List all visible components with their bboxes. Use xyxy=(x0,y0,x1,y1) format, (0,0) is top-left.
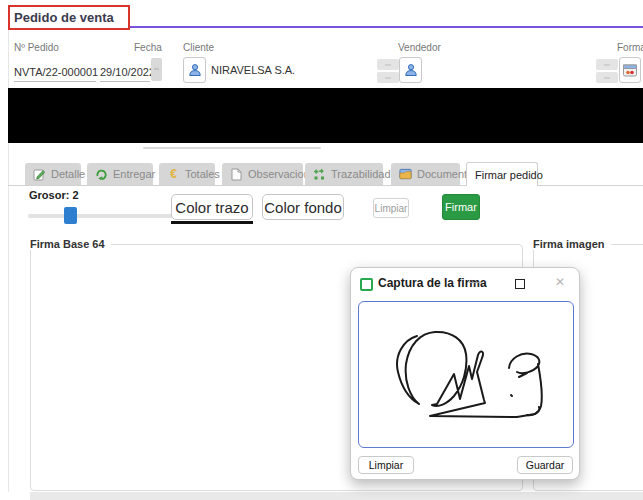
signature-capture-dialog: Captura de la firma — ✕ Limpiar Guardar xyxy=(350,267,580,480)
tab-detalle[interactable]: Detalle xyxy=(25,163,81,185)
note-icon xyxy=(230,168,243,181)
payment-spinner[interactable] xyxy=(596,59,618,85)
order-number-field[interactable]: NVTA/22-000001 xyxy=(14,58,96,82)
tab-firmar-pedido[interactable]: Firmar pedido xyxy=(466,162,538,186)
payment-method-button[interactable] xyxy=(619,57,641,83)
tab-label: Detalle xyxy=(51,168,85,180)
tab-observaciones[interactable]: Observaciones xyxy=(222,163,303,185)
redacted-detail-grid xyxy=(8,88,643,143)
tab-totales[interactable]: € Totales xyxy=(159,163,215,185)
image-panel-label: Firma imagen xyxy=(533,238,611,250)
signature-canvas[interactable] xyxy=(358,301,574,448)
traceability-icon xyxy=(313,168,326,181)
tab-documentos[interactable]: Documentos xyxy=(391,163,460,185)
tab-label: Entregar xyxy=(113,168,155,180)
order-number-value: NVTA/22-000001 xyxy=(14,66,98,78)
splitter-handle[interactable] xyxy=(143,147,321,149)
detail-icon xyxy=(33,168,46,181)
horizontal-scrollbar[interactable] xyxy=(30,492,643,500)
client-lookup-button[interactable] xyxy=(183,57,206,83)
tab-trazabilidad[interactable]: Trazabilidad xyxy=(305,163,383,185)
clear-signature-button[interactable]: Limpiar xyxy=(373,198,409,218)
client-value: NIRAVELSA S.A. xyxy=(211,64,295,76)
minimize-icon[interactable]: — xyxy=(469,274,482,289)
window-icon xyxy=(360,278,373,291)
order-number-label: Nº Pedido xyxy=(14,42,59,53)
date-field[interactable]: 29/10/2022 xyxy=(100,58,150,82)
thickness-slider-handle[interactable] xyxy=(64,207,77,224)
seller-label: Vendedor xyxy=(398,42,441,53)
page-title: Pedido de venta xyxy=(10,10,114,25)
client-spinner[interactable] xyxy=(377,59,399,85)
thickness-label: Grosor: 2 xyxy=(29,189,79,201)
tab-entregar[interactable]: Entregar xyxy=(87,163,153,185)
title-accent-line xyxy=(126,26,643,28)
date-label: Fecha xyxy=(134,42,162,53)
date-spinner[interactable] xyxy=(151,58,162,81)
spinner-down-button[interactable] xyxy=(596,72,618,83)
person-icon xyxy=(188,63,202,77)
spinner-up-button[interactable] xyxy=(596,59,618,70)
tab-label: Firmar pedido xyxy=(475,169,543,181)
dialog-save-button[interactable]: Guardar xyxy=(517,456,573,474)
sign-button[interactable]: Firmar xyxy=(442,194,480,220)
client-label: Cliente xyxy=(183,42,214,53)
close-icon[interactable]: ✕ xyxy=(555,275,565,289)
deliver-icon xyxy=(95,168,108,181)
stroke-color-button[interactable]: Color trazo xyxy=(171,194,253,220)
seller-lookup-button[interactable] xyxy=(399,57,422,83)
base64-panel-label: Firma Base 64 xyxy=(30,238,111,250)
page-title-annotation-box: Pedido de venta xyxy=(8,5,130,30)
payment-method-label: Forma xyxy=(617,42,643,53)
euro-icon: € xyxy=(167,168,180,181)
maximize-icon[interactable] xyxy=(515,279,525,289)
stroke-color-swatch xyxy=(171,221,253,224)
spinner-up-button[interactable] xyxy=(377,59,399,70)
payment-icon xyxy=(623,64,637,77)
tab-label: Trazabilidad xyxy=(331,168,391,180)
date-value: 29/10/2022 xyxy=(100,66,155,78)
spinner-down-button[interactable] xyxy=(377,72,399,83)
dialog-clear-button[interactable]: Limpiar xyxy=(358,456,414,474)
signature-stroke xyxy=(359,302,572,446)
tabbar-bottom-border xyxy=(8,185,643,186)
background-color-button[interactable]: Color fondo xyxy=(262,194,344,220)
person-icon xyxy=(404,63,418,77)
tab-label: Totales xyxy=(185,168,220,180)
thickness-slider-track[interactable] xyxy=(28,214,173,218)
documents-icon xyxy=(399,168,412,181)
